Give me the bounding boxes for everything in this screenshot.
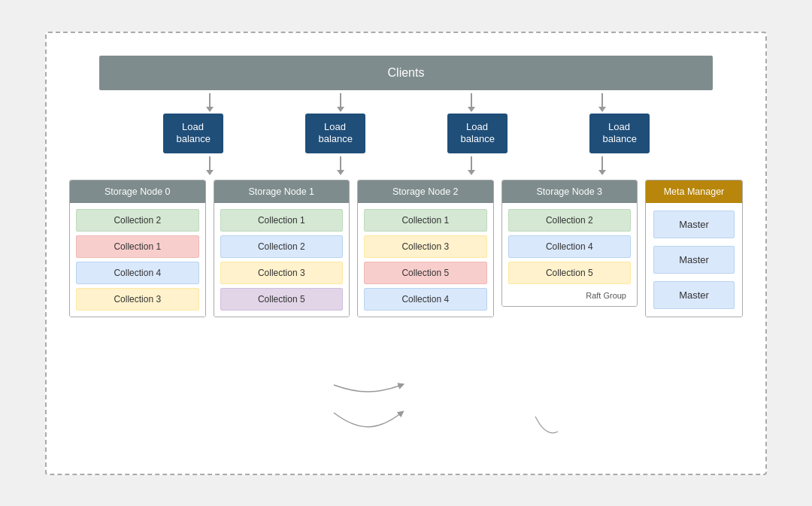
storage-node-0-body: Collection 2 Collection 1 Collection 4 C…	[70, 203, 205, 317]
collection-item: Collection 3	[220, 262, 344, 284]
collection-item: Collection 4	[508, 235, 632, 258]
storage-node-2: Storage Node 2 Collection 1 Collection 3…	[357, 180, 494, 317]
master-box-1: Master	[653, 246, 735, 274]
diagram-container: Clients Loadbalance Loadbalance Loadbala…	[45, 32, 767, 475]
arrow-clients-lb-1	[337, 93, 344, 112]
collection-item: Collection 4	[76, 262, 199, 284]
arrow-lb-node-0	[206, 156, 214, 175]
storage-node-3-header: Storage Node 3	[502, 180, 638, 203]
arrow-clients-lb-2	[468, 93, 475, 112]
lb-box-2: Loadbalance	[447, 114, 508, 154]
arrow-clients-lb-0	[206, 93, 214, 112]
arrow-lb-node-1	[337, 156, 344, 175]
arrow-lb-node-2	[468, 156, 475, 175]
collection-item: Collection 5	[508, 262, 632, 284]
storage-node-1-body: Collection 1 Collection 2 Collection 3 C…	[214, 203, 350, 317]
collection-item: Collection 2	[508, 209, 632, 232]
meta-manager-header: Meta Manager	[646, 180, 742, 203]
arrow-lb-node-3	[598, 156, 606, 175]
raft-group-label: Raft Group	[508, 288, 632, 300]
collection-item: Collection 2	[76, 209, 199, 232]
collection-item: Collection 1	[364, 209, 487, 232]
arrow-clients-lb-3	[598, 93, 606, 112]
master-box-0: Master	[653, 211, 735, 238]
collection-item: Collection 1	[76, 235, 199, 258]
nodes-row: Storage Node 0 Collection 2 Collection 1…	[69, 180, 743, 317]
lb-box-3: Loadbalance	[589, 114, 650, 154]
collection-item: Collection 3	[364, 235, 487, 258]
storage-node-0-header: Storage Node 0	[70, 180, 205, 203]
meta-manager: Meta Manager Master Master Master	[645, 180, 743, 317]
storage-node-3: Storage Node 3 Collection 2 Collection 4…	[501, 180, 638, 307]
collection-item: Collection 3	[76, 288, 199, 311]
collection-item: Collection 1	[220, 209, 344, 232]
storage-node-1: Storage Node 1 Collection 1 Collection 2…	[214, 180, 350, 317]
master-box-2: Master	[653, 281, 735, 309]
collection-item: Collection 5	[220, 288, 344, 311]
storage-node-3-body: Collection 2 Collection 4 Collection 5 R…	[502, 203, 638, 306]
collection-item: Collection 2	[220, 235, 344, 258]
lb-row: Loadbalance Loadbalance Loadbalance Load…	[99, 114, 713, 154]
storage-node-2-header: Storage Node 2	[358, 180, 493, 203]
storage-node-1-header: Storage Node 1	[214, 180, 350, 203]
collection-item: Collection 5	[364, 262, 487, 284]
storage-node-2-body: Collection 1 Collection 3 Collection 5 C…	[358, 203, 493, 317]
lb-box-0: Loadbalance	[163, 114, 223, 154]
storage-node-0: Storage Node 0 Collection 2 Collection 1…	[69, 180, 206, 317]
meta-manager-body: Master Master Master	[646, 203, 742, 317]
clients-bar: Clients	[99, 56, 713, 90]
collection-item: Collection 4	[364, 288, 487, 311]
lb-box-1: Loadbalance	[305, 114, 365, 154]
